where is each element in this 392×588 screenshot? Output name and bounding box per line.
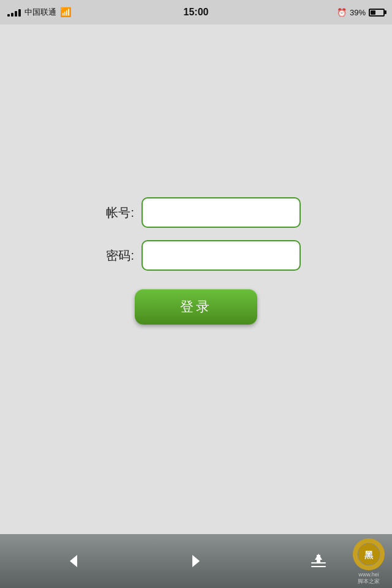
password-row: 密码:	[91, 240, 301, 271]
forward-button[interactable]	[178, 543, 214, 579]
svg-text:黑: 黑	[364, 550, 374, 560]
login-button[interactable]: 登录	[135, 289, 257, 325]
battery-icon	[369, 9, 385, 17]
battery-percent: 39%	[350, 8, 366, 17]
wifi-icon: 📶	[60, 7, 72, 18]
password-label: 密码:	[91, 247, 134, 264]
watermark-text: www.hei 脚本之家	[358, 571, 380, 586]
svg-rect-2	[311, 562, 326, 564]
password-input[interactable]	[141, 240, 301, 271]
svg-marker-1	[192, 555, 200, 567]
svg-marker-0	[70, 555, 77, 567]
main-content: 帐号: 密码: 登录	[0, 24, 392, 534]
account-label: 帐号:	[91, 205, 134, 221]
watermark-logo: 黑	[353, 538, 385, 570]
bottom-bar: 黑 www.hei 脚本之家	[0, 534, 392, 588]
status-bar: 中国联通 📶 15:00 ⏰ 39%	[0, 0, 392, 24]
status-right: ⏰ 39%	[337, 8, 385, 17]
account-input[interactable]	[141, 197, 301, 228]
share-button[interactable]	[300, 543, 337, 579]
status-left: 中国联通 📶	[7, 7, 72, 18]
svg-rect-5	[317, 555, 320, 562]
login-form: 帐号: 密码: 登录	[91, 197, 301, 325]
account-row: 帐号:	[91, 197, 301, 228]
svg-rect-3	[311, 566, 326, 567]
time-display: 15:00	[184, 7, 209, 18]
carrier-label: 中国联通	[24, 7, 56, 18]
watermark: 黑 www.hei 脚本之家	[353, 538, 385, 586]
signal-icon	[7, 8, 21, 17]
back-button[interactable]	[55, 543, 92, 579]
clock-icon: ⏰	[337, 8, 347, 17]
